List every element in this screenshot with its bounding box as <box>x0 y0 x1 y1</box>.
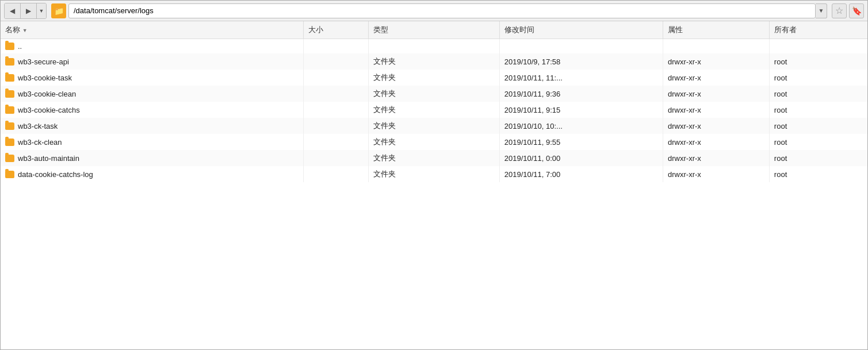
table-row[interactable]: wb3-ck-clean文件夹2019/10/11, 9:55drwxr-xr-… <box>1 134 867 150</box>
col-header-owner[interactable]: 所有者 <box>769 21 867 39</box>
cell-size <box>303 86 369 102</box>
path-dropdown-button[interactable]: ▼ <box>816 3 827 18</box>
cell-type: 文件夹 <box>369 70 499 86</box>
cell-owner: root <box>769 86 867 102</box>
cell-type: 文件夹 <box>369 118 499 134</box>
table-row[interactable]: wb3-cookie-catchs文件夹2019/10/11, 9:15drwx… <box>1 102 867 118</box>
cell-name: wb3-cookie-clean <box>1 86 303 102</box>
toolbar-right: ☆ 🔖 <box>832 3 864 18</box>
folder-icon <box>5 139 14 146</box>
folder-icon <box>5 171 14 178</box>
table-header-row: 名称 ▼ 大小 类型 修改时间 属性 所有者 <box>1 21 867 39</box>
path-folder-icon: 📁 <box>51 3 66 18</box>
file-name: wb3-cookie-clean <box>18 90 76 98</box>
cell-perm: drwxr-xr-x <box>663 166 770 182</box>
cell-size <box>303 39 369 54</box>
bookmark-button[interactable]: 🔖 <box>849 3 864 18</box>
cell-perm: drwxr-xr-x <box>663 118 770 134</box>
file-name: wb3-ck-task <box>18 122 58 130</box>
cell-perm: drwxr-xr-x <box>663 102 770 118</box>
cell-size <box>303 134 369 150</box>
path-text: /data/tomcat/server/logs <box>74 6 154 15</box>
cell-name: wb3-auto-maintain <box>1 150 303 166</box>
path-bar[interactable]: /data/tomcat/server/logs <box>68 3 816 18</box>
cell-mtime: 2019/10/11, 11:... <box>499 70 663 86</box>
toolbar: ◀ ▶ ▼ 📁 /data/tomcat/server/logs ▼ ☆ 🔖 <box>1 1 867 21</box>
folder-icon <box>5 74 14 82</box>
forward-button[interactable]: ▶ <box>21 3 37 18</box>
cell-perm: drwxr-xr-x <box>663 150 770 166</box>
cell-perm: drwxr-xr-x <box>663 70 770 86</box>
file-name: wb3-cookie-task <box>18 74 72 82</box>
col-header-mtime[interactable]: 修改时间 <box>499 21 663 39</box>
folder-icon <box>5 43 14 50</box>
cell-owner: root <box>769 118 867 134</box>
cell-owner: root <box>769 150 867 166</box>
cell-perm: drwxr-xr-x <box>663 134 770 150</box>
nav-button-group: ◀ ▶ ▼ <box>4 3 47 19</box>
table-row[interactable]: wb3-cookie-task文件夹2019/10/11, 11:...drwx… <box>1 70 867 86</box>
cell-type: 文件夹 <box>369 53 499 70</box>
cell-perm <box>663 39 770 54</box>
cell-name: data-cookie-catchs-log <box>1 166 303 182</box>
col-header-name[interactable]: 名称 ▼ <box>1 21 303 39</box>
table-row[interactable]: .. <box>1 39 867 54</box>
col-header-size[interactable]: 大小 <box>303 21 369 39</box>
table-row[interactable]: wb3-auto-maintain文件夹2019/10/11, 0:00drwx… <box>1 150 867 166</box>
cell-mtime: 2019/10/11, 9:55 <box>499 134 663 150</box>
cell-name: wb3-secure-api <box>1 53 303 70</box>
cell-size <box>303 102 369 118</box>
nav-dropdown-button[interactable]: ▼ <box>37 3 46 18</box>
cell-size <box>303 166 369 182</box>
cell-perm: drwxr-xr-x <box>663 86 770 102</box>
cell-owner: root <box>769 134 867 150</box>
file-browser: 名称 ▼ 大小 类型 修改时间 属性 所有者 ..wb3-secure-api文… <box>1 21 867 349</box>
col-header-type[interactable]: 类型 <box>369 21 499 39</box>
file-name: data-cookie-catchs-log <box>18 170 93 179</box>
cell-name: wb3-ck-task <box>1 118 303 134</box>
file-name: wb3-ck-clean <box>18 138 62 147</box>
folder-icon <box>5 58 14 66</box>
file-name: wb3-secure-api <box>18 57 69 66</box>
col-header-perm[interactable]: 属性 <box>663 21 770 39</box>
folder-icon <box>5 155 14 162</box>
cell-size <box>303 70 369 86</box>
sort-icon-name: ▼ <box>22 28 28 33</box>
cell-owner: root <box>769 70 867 86</box>
file-table: 名称 ▼ 大小 类型 修改时间 属性 所有者 ..wb3-secure-api文… <box>1 21 867 182</box>
cell-type: 文件夹 <box>369 134 499 150</box>
table-row[interactable]: data-cookie-catchs-log文件夹2019/10/11, 7:0… <box>1 166 867 182</box>
cell-name: wb3-ck-clean <box>1 134 303 150</box>
cell-mtime: 2019/10/11, 7:00 <box>499 166 663 182</box>
file-manager-window: ◀ ▶ ▼ 📁 /data/tomcat/server/logs ▼ ☆ 🔖 <box>0 0 868 350</box>
cell-type: 文件夹 <box>369 150 499 166</box>
folder-icon <box>5 90 14 98</box>
star-button[interactable]: ☆ <box>832 3 847 18</box>
table-row[interactable]: wb3-cookie-clean文件夹2019/10/11, 9:36drwxr… <box>1 86 867 102</box>
cell-type: 文件夹 <box>369 166 499 182</box>
cell-owner: root <box>769 166 867 182</box>
cell-type: 文件夹 <box>369 102 499 118</box>
cell-mtime <box>499 39 663 54</box>
cell-mtime: 2019/10/11, 9:36 <box>499 86 663 102</box>
table-row[interactable]: wb3-secure-api文件夹2019/10/9, 17:58drwxr-x… <box>1 53 867 70</box>
cell-name: wb3-cookie-catchs <box>1 102 303 118</box>
folder-icon <box>5 106 14 114</box>
cell-owner <box>769 39 867 54</box>
cell-type: 文件夹 <box>369 86 499 102</box>
back-button[interactable]: ◀ <box>5 3 21 18</box>
cell-mtime: 2019/10/9, 17:58 <box>499 53 663 70</box>
folder-icon <box>5 122 14 130</box>
cell-mtime: 2019/10/11, 9:15 <box>499 102 663 118</box>
cell-mtime: 2019/10/11, 0:00 <box>499 150 663 166</box>
cell-name: wb3-cookie-task <box>1 70 303 86</box>
dropdown-arrow-icon: ▼ <box>819 7 824 14</box>
cell-size <box>303 118 369 134</box>
cell-perm: drwxr-xr-x <box>663 53 770 70</box>
cell-owner: root <box>769 53 867 70</box>
table-row[interactable]: wb3-ck-task文件夹2019/10/10, 10:...drwxr-xr… <box>1 118 867 134</box>
cell-owner: root <box>769 102 867 118</box>
file-name: .. <box>18 42 22 51</box>
cell-size <box>303 150 369 166</box>
file-name: wb3-cookie-catchs <box>18 106 80 114</box>
